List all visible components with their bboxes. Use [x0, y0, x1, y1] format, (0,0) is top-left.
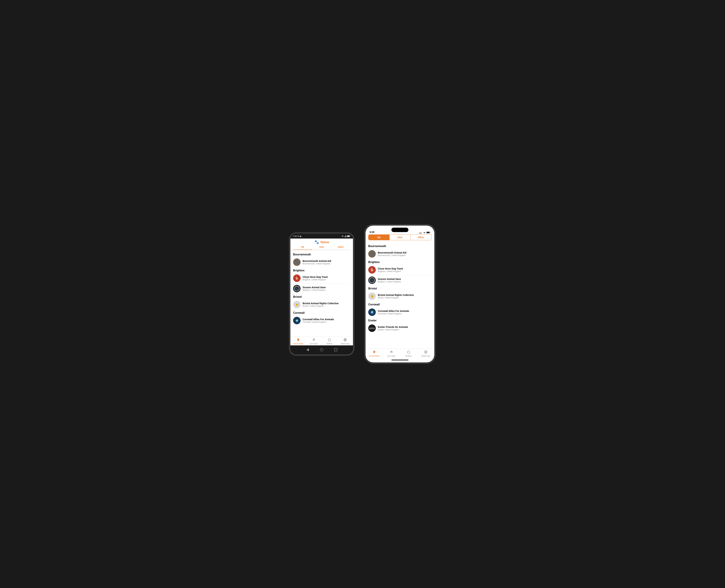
android-phone: 3:08 ⚙ ▦	[289, 233, 354, 355]
org-info-sussex-iphone: Sussex Animal Save Brighton, United King…	[378, 278, 401, 283]
list-item[interactable]: 🐾 Bournemouth Animal Aid Bournemouth, Un…	[293, 257, 350, 267]
svg-point-18	[298, 339, 299, 340]
svg-point-47	[374, 351, 375, 352]
nav-shelters-android[interactable]: Shelters	[322, 338, 337, 345]
iphone-global-orgs-icon	[424, 350, 428, 355]
iphone-nav-label-global-orgs: Global Orgs	[421, 355, 430, 357]
tab-uk-iphone[interactable]: UK	[368, 235, 389, 240]
org-info-cornwall-iphone: Cornwall Allies For Animals Cornwall, Un…	[378, 310, 409, 315]
android-time: 3:08	[293, 235, 297, 237]
svg-text:🐾: 🐾	[296, 287, 299, 290]
svg-text:✊: ✊	[370, 295, 374, 298]
section-cornwall-iphone: Cornwall	[368, 301, 431, 307]
nav-label-shelters-android: Shelters	[326, 343, 333, 345]
iphone-status-icons	[419, 232, 430, 233]
svg-text:✊: ✊	[296, 303, 299, 306]
svg-rect-0	[344, 236, 345, 237]
svg-rect-1	[345, 236, 345, 237]
tab-uk-android[interactable]: UK	[293, 244, 312, 250]
android-app-title: 🐾 Voice	[293, 240, 350, 244]
svg-point-29	[421, 233, 422, 233]
list-item[interactable]: EFFA Exeter Friends for Animals Exeter, …	[368, 323, 431, 333]
svg-rect-2	[345, 236, 346, 237]
iphone-wifi-icon	[423, 232, 426, 233]
home-bar-line	[391, 360, 408, 360]
android-screen: 🐾 Voice UK USA Other Bournemouth 🐾	[291, 238, 353, 345]
org-info-cornwall-android: Cornwall Allies For Animals Cornwall, Un…	[303, 318, 334, 323]
svg-text:EFFA: EFFA	[369, 327, 375, 330]
svg-rect-20	[314, 339, 315, 341]
tab-usa-android[interactable]: USA	[312, 244, 331, 250]
app-title-text: Voice	[320, 240, 329, 244]
back-button-android[interactable]	[306, 348, 309, 351]
svg-text:🌍: 🌍	[370, 311, 374, 314]
avatar-bournemouth-animal-aid-iphone: 🐾	[368, 250, 376, 258]
home-button-android[interactable]	[320, 348, 323, 351]
svg-marker-22	[328, 338, 331, 341]
list-item[interactable]: ✊ Bristol Animal Rights Collective Brist…	[368, 291, 431, 301]
svg-rect-49	[392, 352, 392, 353]
org-info-close-hove-iphone: Close Hove Dog Track Brighton, United Ki…	[378, 267, 403, 273]
iphone-time: 6:00	[370, 231, 375, 233]
list-item[interactable]: 🐕 Close Hove Dog Track Brighton, United …	[368, 265, 431, 275]
section-bristol-android: Bristol	[293, 294, 350, 299]
tab-other-iphone[interactable]: Other	[410, 235, 431, 240]
svg-point-27	[419, 233, 420, 233]
list-item[interactable]: 🌍 Cornwall Allies For Animals Cornwall, …	[368, 307, 431, 317]
svg-text:🐕: 🐕	[295, 277, 299, 280]
android-app-header: 🐾 Voice	[291, 238, 353, 244]
list-item[interactable]: 🌍 Cornwall Allies For Animals Cornwall, …	[293, 315, 350, 326]
android-list-content: Bournemouth 🐾 Bournemouth Animal Aid Bou…	[291, 250, 353, 337]
org-info-bristol-iphone: Bristol Animal Rights Collective Bristol…	[378, 294, 414, 299]
list-item[interactable]: 🐾 Sussex Animal Save Brighton, United Ki…	[293, 284, 350, 294]
iphone-nav-label-shelters: Shelters	[405, 355, 412, 357]
tab-other-android[interactable]: Other	[331, 244, 350, 250]
android-tabs: UK USA Other	[293, 244, 350, 250]
nav-shelters-iphone[interactable]: Shelters	[400, 350, 417, 357]
paw-icon: 🐾	[314, 240, 319, 244]
svg-rect-6	[347, 236, 349, 237]
avatar-close-hove-dog-track-iphone: 🐕	[368, 266, 376, 274]
nav-hunt-sabs-iphone[interactable]: Hunt Sabs	[383, 350, 400, 357]
android-status-bar: 3:08 ⚙ ▦	[291, 234, 353, 238]
nav-label-hunt-sabs-android: Hunt Sabs	[310, 343, 318, 345]
svg-marker-51	[407, 351, 410, 353]
svg-rect-48	[390, 352, 391, 353]
svg-rect-50	[390, 351, 392, 352]
avatar-bournemouth-animal-aid-android: 🐾	[293, 258, 301, 266]
iphone-nav-label-animal-rights: Animal Rights	[369, 355, 380, 357]
hunt-sabs-icon	[312, 338, 316, 342]
iphone-animal-rights-icon	[372, 350, 376, 355]
nav-hunt-sabs-android[interactable]: Hunt Sabs	[306, 338, 322, 345]
section-exeter-iphone: Exeter	[368, 317, 431, 323]
org-info-close-hove-android: Close Hove Dog Track Brighton, United Ki…	[303, 276, 328, 281]
section-bournemouth-iphone: Bournemouth	[368, 243, 431, 249]
battery-icon	[347, 235, 350, 237]
nav-animal-rights-iphone[interactable]: Animal Rights	[366, 350, 383, 357]
nav-label-global-orgs-android: Global Orgs	[341, 343, 349, 345]
animal-rights-icon	[296, 338, 300, 342]
org-info-bournemouth-android: Bournemouth Animal Aid Bournemouth, Unit…	[303, 260, 331, 265]
list-item[interactable]: ✊ Bristol Animal Rights Collective Brist…	[293, 299, 350, 310]
android-home-bar	[291, 345, 353, 354]
tab-usa-iphone[interactable]: USA	[389, 235, 411, 240]
svg-point-30	[422, 233, 422, 233]
svg-rect-21	[313, 339, 315, 339]
android-bottom-nav: Animal Rights Hunt Sabs Shelters Global …	[291, 337, 353, 345]
android-status-left: 3:08 ⚙ ▦	[293, 235, 301, 237]
list-item[interactable]: 🐾 Sussex Animal Save Brighton, United Ki…	[368, 275, 431, 285]
list-item[interactable]: 🐕 Close Hove Dog Track Brighton, United …	[293, 273, 350, 284]
nav-global-orgs-iphone[interactable]: Global Orgs	[417, 350, 434, 357]
svg-point-28	[420, 233, 421, 233]
iphone-bottom-nav: Animal Rights Hunt Sabs Shelters Global …	[366, 349, 434, 358]
org-info-bournemouth-iphone: Bournemouth Animal Aid Bournemouth, Unit…	[378, 251, 406, 256]
nav-animal-rights-android[interactable]: Animal Rights	[291, 338, 306, 345]
nav-global-orgs-android[interactable]: Global Orgs	[337, 338, 353, 345]
org-info-exeter-iphone: Exeter Friends for Animals Exeter, Unite…	[378, 326, 408, 331]
recents-button-android[interactable]	[334, 348, 337, 351]
signal-icon	[344, 235, 346, 237]
svg-text:🐕: 🐕	[370, 268, 374, 272]
list-item[interactable]: 🐾 Bournemouth Animal Aid Bournemouth, Un…	[368, 249, 431, 259]
svg-rect-5	[350, 236, 350, 236]
org-info-bristol-android: Bristol Animal Rights Collective Bristol…	[303, 302, 339, 307]
